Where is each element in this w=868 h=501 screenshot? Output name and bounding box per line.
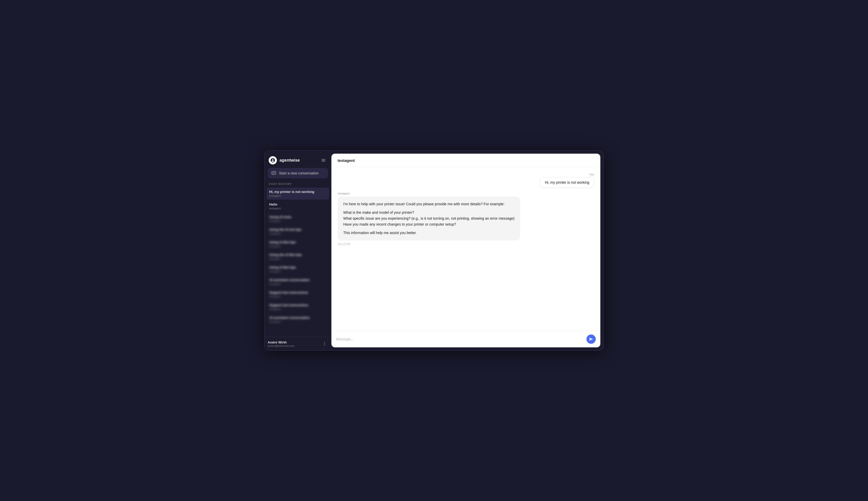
svg-rect-3: [322, 160, 325, 161]
chat-list-item[interactable]: AI assistant conversation testagent: [266, 313, 329, 326]
user-message-bubble: Hi, my printer is not working: [540, 177, 594, 188]
new-conversation-icon: [271, 171, 276, 176]
chat-list-item[interactable]: AI assistant conversation testagent: [266, 276, 329, 288]
svg-point-9: [324, 343, 325, 344]
chat-item-sub: testagent: [269, 245, 326, 248]
sidebar-toggle-button[interactable]: [320, 157, 327, 164]
chat-list-item[interactable]: Hi, my printer is not working testagent: [266, 188, 329, 200]
chat-item-sub: testagent: [269, 308, 326, 311]
logo-icon: [269, 156, 277, 164]
chat-list-item[interactable]: Support bot instructions testagent: [266, 288, 329, 300]
sidebar-header: agentwise: [264, 151, 331, 168]
chat-item-title: Hello: [269, 202, 326, 206]
main-chat-panel: testagent You Hi, my printer is not work…: [332, 154, 600, 347]
chat-item-sub: testagent: [269, 283, 326, 286]
new-conversation-button[interactable]: Start a new conversation: [268, 168, 328, 178]
svg-rect-2: [322, 159, 325, 160]
chat-list-item[interactable]: Hello testagent: [266, 200, 329, 212]
chat-list-item[interactable]: Using AI tools testagent: [266, 213, 329, 225]
chat-list-item[interactable]: Using the AI Bot tips testagent: [266, 250, 329, 263]
app-frame: agentwise Start a new conversation: [264, 150, 604, 351]
chat-list-item[interactable]: Using AI Bot tips testagent: [266, 238, 329, 250]
user-email: andre@bavmind.com: [268, 344, 295, 347]
sidebar-footer: André Wirth andre@bavmind.com: [264, 337, 331, 350]
chat-item-sub: testagent: [269, 220, 326, 223]
chat-item-title: AI assistant conversation: [269, 278, 326, 282]
sidebar: agentwise Start a new conversation: [264, 151, 332, 350]
chat-item-title: Using AI Bot tips: [269, 265, 326, 269]
svg-point-10: [324, 345, 325, 345]
agent-message-bubble: I'm here to help with your printer issue…: [337, 196, 520, 241]
chat-item-sub: testagent: [269, 207, 326, 210]
agent-message-paragraph: What is the make and model of your print…: [343, 210, 514, 227]
user-message: You Hi, my printer is not working: [337, 173, 594, 188]
chat-item-sub: testagent: [269, 257, 326, 260]
send-button[interactable]: [586, 334, 596, 344]
message-timestamp: 09:13 PM: [337, 243, 350, 246]
chat-item-title: Using the AI bot tips: [269, 228, 326, 232]
chat-item-sub: testagent: [269, 295, 326, 298]
svg-point-1: [272, 159, 274, 160]
new-conversation-label: Start a new conversation: [279, 171, 318, 175]
user-name: André Wirth: [268, 340, 295, 344]
chat-item-title: Support bot instructions: [269, 303, 326, 307]
chat-list: Hi, my printer is not working testagent …: [264, 188, 331, 337]
input-area: [332, 331, 600, 347]
svg-rect-5: [272, 171, 276, 174]
chat-list-item[interactable]: Using the AI bot tips testagent: [266, 225, 329, 237]
agent-message-paragraph: I'm here to help with your printer issue…: [343, 201, 514, 207]
chat-list-item[interactable]: Support bot instructions testagent: [266, 301, 329, 313]
chat-list-item[interactable]: Using AI Bot tips testagent: [266, 263, 329, 275]
agent-message-paragraph: This information will help me assist you…: [343, 230, 514, 236]
message-input[interactable]: [336, 336, 583, 342]
chat-history-label: Chat History: [264, 182, 331, 188]
user-more-button[interactable]: [321, 340, 328, 347]
agent-message-label: testagent: [337, 192, 350, 195]
chat-item-sub: testagent: [269, 194, 326, 197]
chat-item-sub: testagent: [269, 232, 326, 235]
chat-agent-title: testagent: [337, 158, 355, 163]
user-info: André Wirth andre@bavmind.com: [268, 340, 295, 347]
chat-item-sub: testagent: [269, 320, 326, 323]
chat-item-sub: testagent: [269, 270, 326, 273]
messages-area: You Hi, my printer is not working testag…: [332, 167, 600, 331]
chat-item-title: AI assistant conversation: [269, 316, 326, 320]
svg-rect-4: [322, 161, 325, 162]
chat-item-title: Using AI Bot tips: [269, 240, 326, 244]
chat-item-title: Using AI tools: [269, 215, 326, 219]
chat-header: testagent: [332, 154, 600, 167]
chat-item-title: Using the AI Bot tips: [269, 253, 326, 257]
svg-point-8: [324, 342, 325, 343]
app-name: agentwise: [280, 158, 300, 163]
chat-item-title: Hi, my printer is not working: [269, 190, 326, 194]
user-message-label: You: [589, 173, 594, 176]
logo-area: agentwise: [269, 156, 300, 164]
chat-item-title: Support bot instructions: [269, 290, 326, 295]
agent-message: testagent I'm here to help with your pri…: [337, 192, 594, 246]
